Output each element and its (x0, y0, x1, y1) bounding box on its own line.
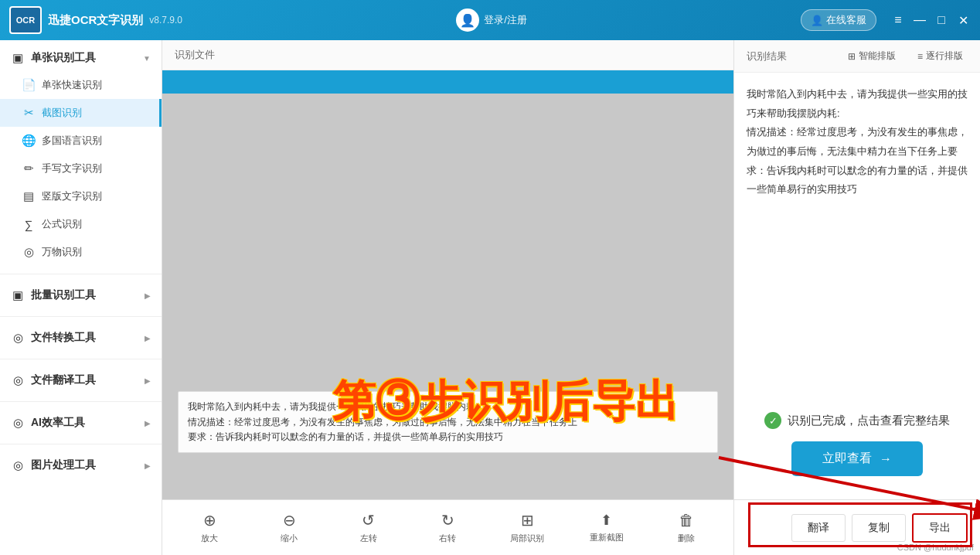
content-panels: 识别文件 我时常陷入到内耗中去，请为我提供一些实用的技巧来帮助我摆脱内耗: 情况… (162, 40, 980, 555)
translate-section-icon: ◎ (11, 373, 25, 387)
line-sort-label: 逐行排版 (926, 49, 963, 63)
view-result-button[interactable]: 立即查看 → (791, 441, 923, 476)
maximize-button[interactable]: □ (934, 13, 949, 27)
bottom-toolbar: ⊕ 放大 ⊖ 缩小 ↺ 左转 ↻ 右转 (162, 499, 733, 555)
sidebar-item-handwriting[interactable]: ✏ 手写文字识别 (0, 155, 162, 182)
toolbar-rotate-left-label: 左转 (360, 533, 377, 544)
screenshot-topbar (162, 70, 733, 94)
handwriting-icon: ✏ (22, 162, 36, 175)
toolbar-zoom-out-label: 缩小 (281, 533, 298, 544)
vertical-icon: ▤ (22, 189, 36, 203)
recognized-text-preview: 我时常陷入到内耗中去，请为我提供一些实用的技巧来帮助我摆脱内耗: 情况描述：经常… (178, 391, 718, 453)
login-text: 登录/注册 (484, 13, 527, 27)
sidebar-item-label-vertical: 竖版文字识别 (42, 189, 102, 203)
sort-grid-icon: ⊞ (848, 51, 856, 62)
sidebar-divider-5 (0, 444, 162, 444)
smart-sort-button[interactable]: ⊞ 智能排版 (843, 48, 900, 64)
sidebar-section-header-translate[interactable]: ◎ 文件翻译工具 ▶ (0, 367, 162, 393)
copy-button[interactable]: 复制 (852, 514, 906, 542)
sidebar-section-header-batch[interactable]: ▣ 批量识别工具 ▶ (0, 282, 162, 308)
sidebar-divider-4 (0, 401, 162, 402)
user-avatar: 👤 (456, 9, 479, 32)
view-result-arrow-icon: → (880, 452, 892, 466)
translate-button[interactable]: 翻译 (791, 514, 846, 542)
main-layout: ▣ 单张识别工具 ▼ 📄 单张快速识别 ✂ 截图识别 🌐 多国语言识别 ✏ 手写… (0, 40, 980, 555)
toolbar-rotate-left[interactable]: ↺ 左转 (349, 511, 388, 544)
objects-icon: ◎ (22, 245, 36, 259)
sidebar: ▣ 单张识别工具 ▼ 📄 单张快速识别 ✂ 截图识别 🌐 多国语言识别 ✏ 手写… (0, 40, 162, 555)
line-sort-button[interactable]: ≡ 逐行排版 (913, 48, 968, 64)
sidebar-section-title-translate: 文件翻译工具 (31, 373, 138, 387)
sidebar-item-label-formula: 公式识别 (42, 217, 82, 231)
sidebar-section-title-image: 图片处理工具 (31, 458, 138, 472)
close-button[interactable]: ✕ (955, 13, 971, 28)
complete-text: 识别已完成，点击查看完整结果 (788, 414, 950, 428)
toolbar-recapture-label: 重新截图 (590, 532, 624, 543)
right-panel-header: 识别结果 ⊞ 智能排版 ≡ 逐行排版 (734, 40, 980, 73)
window-controls: ≡ — □ ✕ (890, 13, 971, 28)
sidebar-item-single-quick[interactable]: 📄 单张快速识别 (0, 71, 162, 99)
title-bar: OCR 迅捷OCR文字识别 v8.7.9.0 👤 登录/注册 👤 在线客服 ≡ … (0, 0, 980, 40)
menu-icon[interactable]: ≡ (890, 13, 906, 27)
toolbar-delete[interactable]: 🗑 删除 (667, 512, 706, 544)
minimize-button[interactable]: — (912, 13, 927, 27)
sidebar-section-title-single: 单张识别工具 (31, 51, 137, 65)
sidebar-item-objects[interactable]: ◎ 万物识别 (0, 238, 162, 266)
sidebar-item-label-handwriting: 手写文字识别 (42, 162, 102, 175)
sidebar-section-batch: ▣ 批量识别工具 ▶ (0, 278, 162, 313)
result-text: 我时常陷入到内耗中去，请为我提供一些实用的技巧来帮助我摆脱内耗: 情况描述：经常… (747, 85, 968, 199)
toolbar-local-recognize-label: 局部识别 (510, 533, 544, 544)
right-panel-title: 识别结果 (747, 49, 831, 63)
sidebar-item-label-objects: 万物识别 (42, 245, 82, 259)
batch-section-icon: ▣ (11, 288, 25, 302)
sidebar-item-formula[interactable]: ∑ 公式识别 (0, 210, 162, 238)
sidebar-section-title-convert: 文件转换工具 (31, 331, 138, 345)
sidebar-divider-3 (0, 359, 162, 359)
app-version: v8.7.9.0 (149, 15, 182, 26)
toolbar-zoom-out[interactable]: ⊖ 缩小 (270, 511, 308, 544)
toolbar-local-recognize[interactable]: ⊞ 局部识别 (508, 511, 546, 544)
login-button[interactable]: 👤 登录/注册 (456, 9, 527, 32)
app-name: 迅捷OCR文字识别 (48, 13, 143, 28)
translate-chevron-icon: ▶ (145, 376, 151, 385)
toolbar-rotate-right[interactable]: ↻ 右转 (428, 511, 467, 544)
online-service-icon: 👤 (811, 15, 823, 26)
zoom-in-icon: ⊕ (203, 511, 216, 529)
line-sort-icon: ≡ (917, 51, 923, 62)
sidebar-section-single: ▣ 单张识别工具 ▼ 📄 单张快速识别 ✂ 截图识别 🌐 多国语言识别 ✏ 手写… (0, 40, 162, 271)
result-complete-area: ✓ 识别已完成，点击查看完整结果 立即查看 → (734, 389, 980, 499)
left-panel-header: 识别文件 (162, 40, 733, 70)
recognized-text-content: 我时常陷入到内耗中去，请为我提供一些实用的技巧来帮助我摆脱内耗: 情况描述：经常… (188, 401, 577, 441)
sidebar-section-header-image[interactable]: ◎ 图片处理工具 ▶ (0, 452, 162, 478)
sidebar-section-header-ai[interactable]: ◎ AI效率工具 ▶ (0, 410, 162, 436)
content-area: 识别文件 我时常陷入到内耗中去，请为我提供一些实用的技巧来帮助我摆脱内耗: 情况… (162, 40, 980, 555)
rotate-right-icon: ↻ (441, 511, 454, 529)
sidebar-item-multilang[interactable]: 🌐 多国语言识别 (0, 127, 162, 155)
sidebar-item-label-single-quick: 单张快速识别 (42, 78, 102, 92)
sidebar-section-convert: ◎ 文件转换工具 ▶ (0, 320, 162, 356)
sidebar-section-header-single[interactable]: ▣ 单张识别工具 ▼ (0, 45, 162, 71)
complete-indicator: ✓ 识别已完成，点击查看完整结果 (764, 412, 950, 429)
sidebar-item-screenshot[interactable]: ✂ 截图识别 (0, 99, 162, 127)
sidebar-section-translate: ◎ 文件翻译工具 ▶ (0, 363, 162, 398)
online-service-button[interactable]: 👤 在线客服 (801, 9, 876, 31)
toolbar-zoom-in[interactable]: ⊕ 放大 (190, 511, 229, 544)
toolbar-rotate-right-label: 右转 (439, 533, 456, 544)
batch-chevron-icon: ▶ (145, 291, 151, 300)
sidebar-item-vertical[interactable]: ▤ 竖版文字识别 (0, 182, 162, 210)
right-action-bar: 翻译 复制 导出 CSDN @hudunkjpdf (734, 499, 980, 555)
sidebar-section-title-ai: AI效率工具 (31, 416, 138, 430)
sidebar-item-label-multilang: 多国语言识别 (42, 134, 102, 148)
sidebar-section-header-convert[interactable]: ◎ 文件转换工具 ▶ (0, 325, 162, 351)
export-button[interactable]: 导出 (912, 513, 968, 543)
toolbar-recapture[interactable]: ⬆ 重新截图 (587, 512, 626, 543)
rotate-left-icon: ↺ (362, 511, 375, 529)
single-section-icon: ▣ (11, 51, 25, 65)
recapture-icon: ⬆ (601, 512, 612, 529)
image-chevron-icon: ▶ (145, 461, 151, 470)
chevron-down-icon: ▼ (143, 54, 151, 63)
left-panel-content: 我时常陷入到内耗中去，请为我提供一些实用的技巧来帮助我摆脱内耗: 情况描述：经常… (162, 70, 733, 499)
screenshot-icon: ✂ (22, 106, 36, 120)
convert-section-icon: ◎ (11, 331, 25, 345)
ai-section-icon: ◎ (11, 416, 25, 430)
